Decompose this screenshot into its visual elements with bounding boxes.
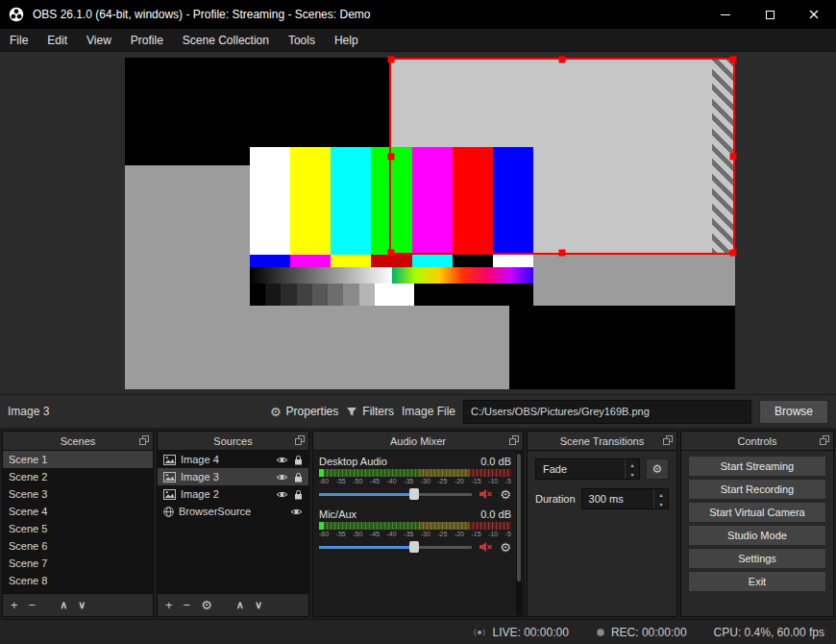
dock-float-icon[interactable]	[139, 435, 149, 445]
gear-icon: ⚙	[652, 462, 663, 476]
volume-slider[interactable]	[319, 540, 472, 554]
duration-decrement-button[interactable]: ▾	[654, 499, 668, 508]
selection-handle[interactable]	[730, 250, 737, 257]
spin-up-icon[interactable]: ▴	[626, 459, 639, 469]
menu-profile[interactable]: Profile	[121, 29, 173, 51]
scene-row[interactable]: Scene 5	[3, 520, 153, 537]
colorbars-reversed-row	[250, 255, 533, 267]
source-properties-button[interactable]: ⚙	[201, 599, 212, 611]
visibility-eye-icon[interactable]	[276, 473, 288, 482]
duration-spinbox[interactable]: 300 ms ▴ ▾	[581, 488, 669, 509]
selection-handle[interactable]	[388, 57, 395, 63]
volume-meter	[319, 469, 511, 477]
properties-button[interactable]: ⚙ Properties	[270, 405, 338, 418]
dock-float-icon[interactable]	[820, 435, 829, 445]
move-scene-up-button[interactable]: ∧	[60, 600, 67, 610]
menu-help[interactable]: Help	[325, 29, 368, 51]
move-source-down-button[interactable]: ∨	[255, 600, 262, 610]
scene-row[interactable]: Scene 4	[3, 503, 153, 520]
menu-file[interactable]: File	[0, 29, 37, 51]
sources-toolbar: + − ⚙ ∧ ∨	[158, 593, 308, 616]
visibility-eye-icon[interactable]	[276, 490, 288, 499]
meter-level	[319, 522, 324, 530]
scenes-dock-header[interactable]: Scenes	[3, 432, 153, 451]
dock-float-icon[interactable]	[663, 435, 673, 445]
settings-button[interactable]: Settings	[688, 548, 826, 569]
audio-mixer-dock: Audio Mixer Desktop Audio 0.0 dB -60-55-…	[312, 431, 524, 617]
add-scene-button[interactable]: +	[11, 599, 18, 611]
scene-row[interactable]: Scene 8	[3, 572, 153, 589]
lock-icon[interactable]	[294, 472, 303, 483]
db-label: -10	[488, 531, 498, 537]
dock-float-icon[interactable]	[295, 435, 305, 445]
selection-handle[interactable]	[730, 153, 737, 160]
add-source-button[interactable]: +	[165, 599, 173, 611]
selection-handle[interactable]	[559, 57, 566, 63]
selection-handle[interactable]	[559, 250, 566, 257]
mute-speaker-icon[interactable]	[479, 541, 493, 553]
start-virtual-camera-button[interactable]: Start Virtual Camera	[688, 502, 826, 523]
scene-row[interactable]: Scene 7	[3, 555, 153, 572]
transition-properties-button[interactable]: ⚙	[646, 458, 669, 480]
visibility-eye-icon[interactable]	[290, 508, 303, 516]
channel-gear-icon[interactable]: ⚙	[500, 488, 511, 501]
filters-button[interactable]: Filters	[346, 405, 394, 418]
grayscale-gradient	[250, 267, 392, 284]
menu-edit[interactable]: Edit	[37, 29, 77, 51]
scenes-list: Scene 1 Scene 2 Scene 3 Scene 4 Scene 5 …	[3, 451, 153, 593]
color-bar	[493, 255, 533, 267]
remove-source-button[interactable]: −	[184, 599, 191, 611]
volume-slider[interactable]	[319, 487, 472, 501]
transition-combobox[interactable]: Fade ▴ ▾	[535, 458, 640, 480]
start-recording-button[interactable]: Start Recording	[688, 479, 826, 500]
spin-down-icon[interactable]: ▾	[626, 469, 639, 479]
source-row[interactable]: Image 3	[158, 468, 308, 485]
slider-handle[interactable]	[409, 541, 419, 553]
source-row[interactable]: BrowserSource	[158, 503, 308, 520]
source-row[interactable]: Image 2	[158, 485, 308, 503]
lock-icon[interactable]	[294, 455, 303, 465]
image-file-input[interactable]	[463, 400, 751, 424]
selection-handle[interactable]	[388, 250, 395, 257]
cpu-fps-text: CPU: 0.4%, 60.00 fps	[714, 626, 824, 639]
scene-row[interactable]: Scene 2	[3, 468, 153, 485]
scrollbar-thumb[interactable]	[517, 454, 521, 582]
color-bar	[453, 255, 493, 267]
combo-arrows-icon[interactable]: ▴ ▾	[625, 459, 639, 479]
lock-icon[interactable]	[294, 489, 303, 500]
audio-mixer-dock-header[interactable]: Audio Mixer	[313, 432, 523, 451]
scene-row[interactable]: Scene 3	[3, 485, 153, 503]
move-scene-down-button[interactable]: ∨	[78, 600, 86, 610]
selection-handle[interactable]	[388, 153, 395, 160]
preview-area[interactable]	[0, 52, 836, 394]
close-button[interactable]	[792, 0, 836, 29]
duration-increment-button[interactable]: ▴	[654, 489, 668, 499]
mute-speaker-icon[interactable]	[479, 488, 493, 500]
source-row[interactable]: Image 4	[158, 451, 308, 468]
start-streaming-button[interactable]: Start Streaming	[688, 456, 826, 477]
rec-dot-icon	[596, 628, 605, 637]
selection-handle[interactable]	[730, 57, 737, 63]
minimize-button[interactable]	[703, 0, 748, 29]
browse-button[interactable]: Browse	[759, 400, 828, 424]
maximize-button[interactable]	[748, 0, 792, 29]
exit-button[interactable]: Exit	[688, 571, 826, 592]
preview-canvas[interactable]	[125, 58, 735, 389]
channel-gear-icon[interactable]: ⚙	[500, 541, 511, 554]
scene-row[interactable]: Scene 6	[3, 537, 153, 555]
db-label: -20	[455, 531, 464, 537]
dock-float-icon[interactable]	[509, 435, 519, 445]
menu-view[interactable]: View	[77, 29, 121, 51]
menu-tools[interactable]: Tools	[279, 29, 325, 51]
visibility-eye-icon[interactable]	[276, 456, 288, 464]
move-source-up-button[interactable]: ∧	[236, 600, 244, 610]
transitions-dock-header[interactable]: Scene Transitions	[528, 432, 676, 451]
remove-scene-button[interactable]: −	[29, 599, 37, 611]
menu-scene-collection[interactable]: Scene Collection	[173, 29, 279, 51]
slider-handle[interactable]	[409, 488, 419, 500]
scene-row[interactable]: Scene 1	[3, 451, 153, 468]
controls-dock-header[interactable]: Controls	[681, 432, 833, 451]
studio-mode-button[interactable]: Studio Mode	[688, 525, 826, 546]
sources-dock-header[interactable]: Sources	[158, 432, 308, 451]
mixer-scrollbar[interactable]	[516, 452, 522, 615]
